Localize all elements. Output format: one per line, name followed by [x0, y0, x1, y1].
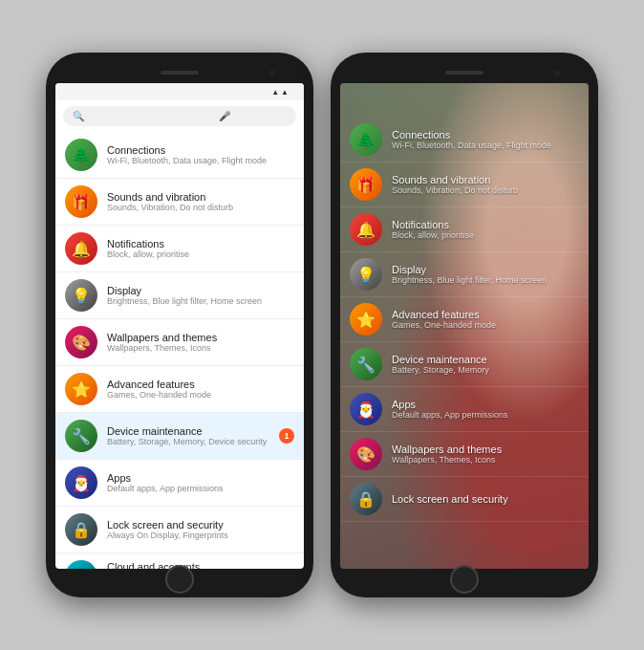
mic-icon[interactable]: 🎤	[219, 111, 287, 121]
setting-icon-notifications: 🔔	[65, 232, 97, 265]
setting-title-sounds: Sounds and vibration	[107, 191, 294, 203]
speaker-dark	[445, 71, 483, 75]
setting-item-dark-notifications[interactable]: 🔔 Notifications Block, allow, prioritise	[340, 207, 589, 252]
camera-dark	[554, 70, 560, 76]
setting-item-dark-lockscreen[interactable]: 🔒 Lock screen and security	[340, 477, 589, 522]
setting-item-dark-apps[interactable]: 🎅 Apps Default apps, App permissions	[340, 387, 589, 432]
setting-subtitle-dark-advanced: Games, One-handed mode	[392, 320, 579, 330]
setting-item-wallpapers[interactable]: 🎨 Wallpapers and themes Wallpapers, Them…	[55, 319, 304, 366]
setting-subtitle-notifications: Block, allow, prioritise	[107, 249, 294, 259]
setting-subtitle-connections: Wi-Fi, Bluetooth, Data usage, Flight mod…	[107, 156, 294, 165]
setting-title-wallpapers: Wallpapers and themes	[107, 332, 294, 343]
setting-icon-apps: 🎅	[65, 466, 97, 499]
setting-title-display: Display	[107, 285, 294, 296]
setting-text-dark-sounds: Sounds and vibration Sounds, Vibration, …	[392, 174, 579, 195]
setting-subtitle-dark-maintenance: Battery, Storage, Memory	[392, 365, 579, 375]
setting-subtitle-dark-apps: Default apps, App permissions	[392, 410, 579, 420]
setting-subtitle-dark-notifications: Block, allow, prioritise	[392, 230, 579, 240]
settings-list-dark: 🌲 Connections Wi-Fi, Bluetooth, Data usa…	[340, 118, 589, 569]
settings-list-light: 🌲 Connections Wi-Fi, Bluetooth, Data usa…	[55, 132, 304, 569]
home-button-light[interactable]	[165, 565, 194, 594]
setting-title-cloud: Cloud and accounts	[107, 561, 294, 569]
setting-subtitle-dark-sounds: Sounds, Vibration, Do not disturb	[392, 185, 579, 195]
setting-title-dark-maintenance: Device maintenance	[392, 354, 579, 365]
setting-item-notifications[interactable]: 🔔 Notifications Block, allow, prioritise	[55, 226, 304, 272]
setting-icon-dark-display: 💡	[350, 258, 382, 291]
setting-icon-dark-wallpapers: 🎨	[350, 438, 382, 470]
setting-text-dark-advanced: Advanced features Games, One-handed mode	[392, 309, 579, 330]
setting-subtitle-dark-display: Brightness, Blue light filter, Home scre…	[392, 275, 579, 285]
phone-light: ▲ ▲ 🔍 🎤 🌲 Connections Wi-Fi, Blueto	[46, 53, 313, 597]
setting-text-maintenance: Device maintenance Battery, Storage, Mem…	[107, 425, 269, 446]
setting-text-advanced: Advanced features Games, One-handed mode	[107, 379, 294, 400]
setting-item-lockscreen[interactable]: 🔒 Lock screen and security Always On Dis…	[55, 507, 304, 553]
setting-icon-dark-apps: 🎅	[350, 393, 382, 425]
setting-item-connections[interactable]: 🌲 Connections Wi-Fi, Bluetooth, Data usa…	[55, 132, 304, 179]
setting-text-dark-display: Display Brightness, Blue light filter, H…	[392, 264, 579, 285]
setting-icon-sounds: 🎁	[65, 185, 97, 218]
setting-icon-dark-connections: 🌲	[350, 123, 382, 156]
search-icon: 🔍	[73, 111, 140, 121]
settings-header	[340, 100, 589, 118]
setting-subtitle-advanced: Games, One-handed mode	[107, 390, 294, 400]
setting-text-dark-wallpapers: Wallpapers and themes Wallpapers, Themes…	[392, 444, 579, 465]
screen-dark: 🌲 Connections Wi-Fi, Bluetooth, Data usa…	[340, 83, 589, 569]
setting-title-dark-apps: Apps	[392, 399, 579, 410]
setting-title-dark-wallpapers: Wallpapers and themes	[392, 444, 579, 455]
setting-subtitle-apps: Default apps, App permissions	[107, 484, 294, 493]
setting-text-apps: Apps Default apps, App permissions	[107, 472, 294, 493]
setting-item-dark-wallpapers[interactable]: 🎨 Wallpapers and themes Wallpapers, Them…	[340, 432, 589, 477]
setting-icon-maintenance: 🔧	[65, 420, 97, 452]
setting-title-dark-sounds: Sounds and vibration	[392, 174, 579, 185]
setting-item-dark-sounds[interactable]: 🎁 Sounds and vibration Sounds, Vibration…	[340, 162, 589, 207]
camera-light	[269, 70, 275, 76]
speaker-light	[161, 71, 199, 75]
setting-icon-wallpapers: 🎨	[65, 326, 97, 358]
setting-item-apps[interactable]: 🎅 Apps Default apps, App permissions	[55, 460, 304, 507]
setting-title-notifications: Notifications	[107, 238, 294, 249]
setting-text-dark-maintenance: Device maintenance Battery, Storage, Mem…	[392, 354, 579, 375]
setting-icon-dark-notifications: 🔔	[350, 213, 382, 246]
setting-title-maintenance: Device maintenance	[107, 425, 269, 437]
scene: ▲ ▲ 🔍 🎤 🌲 Connections Wi-Fi, Blueto	[46, 53, 598, 597]
setting-item-advanced[interactable]: ⭐ Advanced features Games, One-handed mo…	[55, 366, 304, 413]
setting-text-sounds: Sounds and vibration Sounds, Vibration, …	[107, 191, 294, 212]
setting-item-maintenance[interactable]: 🔧 Device maintenance Battery, Storage, M…	[55, 413, 304, 460]
setting-subtitle-dark-wallpapers: Wallpapers, Themes, Icons	[392, 455, 579, 465]
setting-item-display[interactable]: 💡 Display Brightness, Blue light filter,…	[55, 272, 304, 319]
setting-title-dark-connections: Connections	[392, 129, 579, 141]
phone-top-bar-dark	[340, 62, 589, 83]
setting-title-dark-lockscreen: Lock screen and security	[392, 493, 579, 505]
setting-subtitle-lockscreen: Always On Display, Fingerprints	[107, 531, 294, 540]
setting-subtitle-sounds: Sounds, Vibration, Do not disturb	[107, 203, 294, 212]
setting-icon-connections: 🌲	[65, 139, 97, 171]
setting-icon-cloud: ☁️	[65, 560, 97, 569]
home-button-dark[interactable]	[450, 565, 479, 594]
status-bar-light: ▲ ▲	[55, 83, 304, 100]
setting-subtitle-maintenance: Battery, Storage, Memory, Device securit…	[107, 437, 269, 446]
screen-light: ▲ ▲ 🔍 🎤 🌲 Connections Wi-Fi, Blueto	[55, 83, 304, 569]
setting-icon-dark-lockscreen: 🔒	[350, 483, 382, 515]
setting-item-sounds[interactable]: 🎁 Sounds and vibration Sounds, Vibration…	[55, 179, 304, 226]
search-bar[interactable]: 🔍 🎤	[63, 106, 296, 126]
phone-bottom-light	[55, 569, 304, 588]
setting-text-dark-notifications: Notifications Block, allow, prioritise	[392, 219, 579, 240]
badge-maintenance: 1	[279, 428, 294, 444]
setting-item-dark-display[interactable]: 💡 Display Brightness, Blue light filter,…	[340, 252, 589, 297]
setting-item-dark-maintenance[interactable]: 🔧 Device maintenance Battery, Storage, M…	[340, 342, 589, 387]
setting-item-dark-advanced[interactable]: ⭐ Advanced features Games, One-handed mo…	[340, 297, 589, 342]
setting-text-notifications: Notifications Block, allow, prioritise	[107, 238, 294, 259]
phone-top-bar-light	[55, 62, 304, 83]
setting-title-dark-advanced: Advanced features	[392, 309, 579, 320]
phone-dark: 🌲 Connections Wi-Fi, Bluetooth, Data usa…	[331, 53, 598, 597]
wifi-icon: ▲	[281, 88, 289, 97]
setting-text-lockscreen: Lock screen and security Always On Displ…	[107, 519, 294, 540]
phone-bottom-dark	[340, 569, 589, 588]
setting-item-dark-connections[interactable]: 🌲 Connections Wi-Fi, Bluetooth, Data usa…	[340, 118, 589, 162]
setting-icon-dark-advanced: ⭐	[350, 303, 382, 336]
setting-text-connections: Connections Wi-Fi, Bluetooth, Data usage…	[107, 144, 294, 165]
setting-subtitle-wallpapers: Wallpapers, Themes, Icons	[107, 343, 294, 353]
setting-text-dark-lockscreen: Lock screen and security	[392, 493, 579, 505]
setting-icon-dark-sounds: 🎁	[350, 168, 382, 201]
setting-subtitle-dark-connections: Wi-Fi, Bluetooth, Data usage, Flight mod…	[392, 141, 579, 150]
